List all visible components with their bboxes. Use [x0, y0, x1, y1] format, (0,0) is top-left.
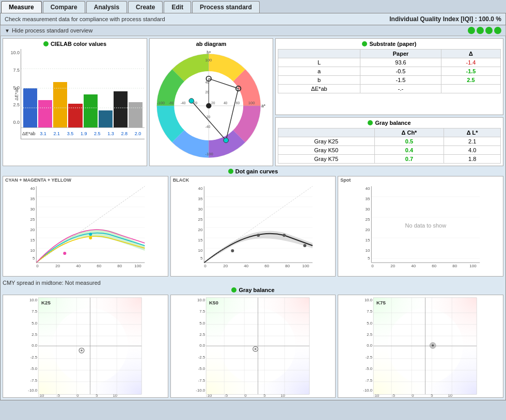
svg-text:-10.0: -10.0	[363, 388, 373, 393]
svg-text:40: 40	[198, 186, 202, 191]
svg-text:-40: -40	[181, 101, 186, 105]
svg-text:K50: K50	[209, 300, 218, 305]
svg-text:-5.0: -5.0	[198, 366, 205, 371]
svg-text:0.0: 0.0	[199, 343, 205, 348]
svg-text:-7.5: -7.5	[30, 378, 38, 383]
ab-title: ab diagram	[152, 41, 271, 47]
bar-yellow	[53, 82, 67, 127]
quality-index: Individual Quality Index [IQI] : 100.0 %	[389, 15, 501, 23]
delta-val-2: 2.1	[50, 131, 64, 136]
svg-text:80: 80	[117, 264, 122, 268]
svg-text:25: 25	[30, 217, 35, 222]
svg-text:-100: -100	[157, 101, 165, 105]
svg-text:7.5: 7.5	[199, 309, 205, 314]
svg-text:35: 35	[30, 197, 35, 201]
substrate-status-icon	[362, 41, 367, 46]
gray-col-dl: Δ L*	[444, 128, 501, 137]
svg-text:25: 25	[366, 217, 370, 222]
status-dot-4	[494, 27, 501, 34]
svg-text:10.0: 10.0	[29, 298, 38, 302]
svg-text:60: 60	[432, 264, 437, 268]
delta-label: ΔE*ab	[21, 131, 37, 136]
gray-row-k75: Gray K75 0.7 1.8	[278, 155, 501, 164]
cielab-chart: 10.0 7.5 5.0 2.5 0.0 ΔE*ab	[5, 49, 145, 139]
svg-text:0: 0	[204, 264, 207, 268]
svg-text:40: 40	[224, 101, 228, 105]
svg-text:-5.0: -5.0	[30, 366, 38, 371]
substrate-row-a: a -0.5 -1.5	[278, 67, 501, 76]
svg-text:-2.5: -2.5	[366, 355, 373, 360]
svg-point-211	[432, 345, 434, 347]
svg-text:15: 15	[198, 238, 202, 243]
delta-row: ΔE*ab 3.1 2.1 3.5 1.9 2.5 1.3 2.8 2.0	[21, 127, 145, 139]
svg-text:20: 20	[366, 228, 370, 232]
svg-text:40: 40	[366, 186, 370, 191]
gray-balance-charts-title: Gray balance	[3, 287, 503, 293]
svg-text:10: 10	[198, 248, 202, 253]
delta-val-5: 2.5	[90, 131, 104, 136]
svg-text:K25: K25	[41, 300, 51, 305]
tab-measure[interactable]: Measure	[1, 1, 42, 13]
svg-text:-10.0: -10.0	[28, 388, 37, 393]
svg-text:5: 5	[33, 256, 35, 261]
toggle-bar[interactable]: ▼ Hide process standard overview	[0, 25, 506, 36]
svg-text:5: 5	[200, 256, 203, 261]
svg-text:2.5: 2.5	[199, 332, 205, 337]
tab-analysis[interactable]: Analysis	[86, 1, 127, 13]
svg-text:7.5: 7.5	[31, 309, 38, 314]
svg-text:40: 40	[76, 264, 81, 268]
substrate-row-deab: ΔE*ab -.-	[278, 85, 501, 93]
svg-text:2.5: 2.5	[31, 332, 38, 337]
svg-text:20: 20	[55, 264, 60, 268]
dotgain-cmy: CYAN + MAGENTA + YELLOW 40 35 30 25 20 1…	[3, 176, 168, 277]
svg-text:20: 20	[223, 264, 228, 268]
svg-text:15: 15	[366, 238, 370, 243]
gray-balance-table: Δ Ch* Δ L* Gray K25 0.5 2.1 Gray K50 0.4	[278, 128, 501, 164]
tab-create[interactable]: Create	[128, 1, 163, 13]
top-section: CIELAB color values 10.0 7.5 5.0 2.5 0.0…	[3, 38, 503, 166]
chart-body: ΔE*ab	[21, 49, 145, 139]
svg-text:20: 20	[391, 264, 396, 268]
svg-text:5.0: 5.0	[199, 321, 205, 326]
svg-text:-20: -20	[205, 115, 211, 119]
bar-green	[84, 94, 98, 127]
gray-balance-charts-section: Gray balance 10.0 7.5 5.0	[3, 287, 503, 398]
gray-col-dch: Δ Ch*	[374, 128, 444, 137]
status-dot-2	[477, 27, 484, 34]
header-bar: Check measurement data for compliance wi…	[0, 13, 506, 25]
cmy-label: CYAN + MAGENTA + YELLOW	[3, 176, 168, 184]
svg-text:80: 80	[453, 264, 457, 268]
cmy-chart-svg: 40 35 30 25 20 15 10 5 0 20 40 60 80 100	[3, 184, 168, 269]
gray-row-k25: Gray K25 0.5 2.1	[278, 137, 501, 146]
spot-label: Spot	[338, 176, 503, 184]
spot-chart-svg: 40 35 30 25 20 15 10 5 0 20 40 60 80 100	[338, 184, 503, 269]
svg-text:40: 40	[244, 264, 248, 268]
svg-text:0.0: 0.0	[367, 343, 373, 348]
svg-text:-2.5: -2.5	[198, 355, 205, 360]
svg-text:K75: K75	[376, 300, 386, 305]
svg-text:5.0: 5.0	[31, 321, 38, 326]
tab-process-standard[interactable]: Process standard	[192, 1, 260, 13]
bar-red	[68, 104, 82, 127]
svg-text:7.5: 7.5	[367, 309, 373, 314]
svg-text:-5.0: -5.0	[366, 366, 373, 371]
gray-balance-panel: Gray balance Δ Ch* Δ L* Gray K25 0.5	[275, 117, 503, 166]
svg-text:20: 20	[205, 90, 210, 94]
k75-svg: 10.0 7.5 5.0 2.5 0.0 -2.5 -5.0 -7.5 -10.…	[338, 295, 503, 398]
svg-point-80	[282, 234, 286, 237]
svg-text:2.5: 2.5	[367, 332, 373, 337]
status-dots	[468, 27, 501, 34]
delta-val-8: 2.0	[131, 131, 145, 136]
tab-edit[interactable]: Edit	[164, 1, 191, 13]
svg-text:60: 60	[97, 264, 101, 268]
svg-point-53	[89, 236, 92, 239]
svg-text:20: 20	[211, 101, 215, 105]
svg-point-54	[89, 233, 92, 236]
svg-text:30: 30	[198, 207, 202, 212]
cielab-title: CIELAB color values	[5, 41, 145, 47]
tab-compare[interactable]: Compare	[43, 1, 85, 13]
substrate-row-b: b -1.5 2.5	[278, 76, 501, 85]
svg-point-18	[206, 103, 211, 108]
svg-text:5.0: 5.0	[367, 321, 373, 326]
gray-balance-title: Gray balance	[278, 120, 501, 126]
